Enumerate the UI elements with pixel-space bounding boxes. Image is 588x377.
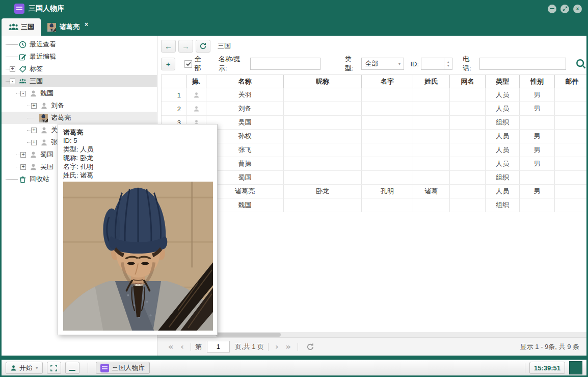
column-header-4[interactable]: 名字: [362, 75, 413, 88]
expand-toggle-icon[interactable]: +: [10, 66, 15, 72]
collapse-toggle-icon[interactable]: -: [10, 79, 15, 84]
column-header-3[interactable]: 昵称: [284, 75, 362, 88]
expand-toggle-icon[interactable]: +: [20, 164, 26, 170]
forward-button[interactable]: →: [178, 40, 193, 53]
start-button[interactable]: 开始 ▾: [6, 362, 43, 374]
table-row[interactable]: 5张飞人员男: [162, 143, 586, 157]
table-row[interactable]: 1关羽人员男: [162, 88, 586, 102]
spinner-arrows[interactable]: ▲ ▼: [444, 58, 452, 69]
column-header-2[interactable]: 名称: [206, 75, 284, 88]
table-row[interactable]: 9魏国组织: [162, 198, 586, 212]
expand-toggle-icon[interactable]: +: [31, 140, 37, 145]
collapse-toggle-icon[interactable]: -: [20, 91, 26, 96]
back-button[interactable]: ←: [161, 40, 176, 53]
tree-connector: [6, 57, 18, 57]
horizontal-scrollbar[interactable]: [157, 332, 586, 337]
tab-sanguo[interactable]: 三国: [2, 18, 41, 36]
tab-bar: 三国 诸葛亮 ×: [0, 17, 588, 36]
row-action-cell: [186, 88, 206, 102]
close-window-icon[interactable]: ×: [573, 5, 582, 13]
cell-nickname: [284, 143, 362, 157]
cell-gender: 男: [520, 157, 555, 170]
taskbar-app-button[interactable]: 三国人物库: [96, 362, 150, 374]
scrollbar-thumb[interactable]: [216, 333, 281, 337]
show-desktop-button[interactable]: [569, 361, 582, 374]
cell-web_name: [450, 102, 486, 115]
column-header-5[interactable]: 姓氏: [413, 75, 450, 88]
tree-item-label: 吴国: [40, 162, 54, 171]
cell-nickname: [284, 171, 362, 184]
cell-nickname: [284, 88, 362, 102]
cell-gender: [520, 171, 555, 184]
add-record-button[interactable]: +: [161, 58, 175, 70]
minimize-window-icon[interactable]: [548, 5, 556, 13]
column-header-6[interactable]: 网名: [450, 75, 486, 88]
column-header-0[interactable]: [162, 75, 186, 88]
all-checkbox[interactable]: [184, 60, 192, 68]
type-filter-select[interactable]: 全部 ▾: [361, 58, 404, 70]
cell-web_name: [450, 185, 486, 198]
sidebar-item-tags[interactable]: +标签: [2, 63, 157, 75]
sidebar-item-recent-view[interactable]: 最近查看: [2, 38, 157, 51]
tooltip-line: 类型: 人员: [63, 145, 212, 154]
sidebar-item-weiguo[interactable]: -魏国: [2, 87, 157, 99]
cell-name: 关羽: [206, 88, 284, 102]
column-header-9[interactable]: 邮件: [555, 75, 586, 88]
divider: [191, 343, 191, 351]
maximize-window-icon[interactable]: [560, 5, 569, 13]
sidebar-item-recent-edit[interactable]: 最近编辑: [2, 51, 157, 63]
table-row[interactable]: 3吴国组织: [162, 116, 586, 130]
table-row[interactable]: 8诸葛亮卧龙孔明诸葛人员男: [162, 185, 586, 198]
prev-page-icon[interactable]: ‹: [180, 342, 184, 351]
search-icon[interactable]: [575, 58, 586, 69]
window-title: 三国人物库: [29, 4, 64, 13]
app-logo-icon: [100, 364, 109, 372]
clock-button[interactable]: 15:39:51: [529, 362, 565, 374]
person-icon: [29, 89, 38, 97]
tab-zhugeliang[interactable]: 诸葛亮 ×: [41, 18, 95, 36]
tree-connector: [6, 81, 10, 82]
first-page-icon[interactable]: «: [168, 342, 173, 351]
filter-toolbar: + 全部 名称/提示: 类型: 全部 ▾ ID: ▲ ▼: [161, 57, 586, 70]
table-row[interactable]: 7蜀国组织: [162, 171, 586, 185]
minimize-icon: [69, 370, 75, 371]
app-window: 三国人物库 × 三国 诸葛亮 ×: [0, 0, 588, 377]
page-prefix-label: 第: [195, 342, 202, 351]
column-header-8[interactable]: 性别: [520, 75, 555, 88]
table-row[interactable]: 2刘备人员男: [162, 102, 586, 116]
person-icon[interactable]: [193, 92, 200, 98]
trash-icon: [18, 175, 27, 183]
cell-nickname: [284, 130, 362, 143]
column-header-1[interactable]: 操.: [186, 75, 206, 88]
id-filter-spinner[interactable]: ▲ ▼: [421, 58, 452, 70]
phone-filter-input[interactable]: [479, 58, 566, 70]
person-icon[interactable]: [193, 106, 200, 112]
next-page-icon[interactable]: ›: [275, 342, 279, 351]
table-row[interactable]: 4孙权人员男: [162, 130, 586, 143]
name-filter-input[interactable]: [250, 58, 320, 70]
sidebar-item-sanguo[interactable]: -三国: [2, 75, 157, 87]
cell-email: [555, 157, 586, 170]
location-label: 三国: [218, 41, 231, 51]
refresh-button[interactable]: [196, 40, 210, 53]
last-page-icon[interactable]: »: [286, 342, 291, 351]
sidebar-item-zhugeliang[interactable]: 诸葛亮: [2, 112, 157, 124]
expand-toggle-icon[interactable]: +: [31, 128, 37, 133]
expand-toggle-icon[interactable]: +: [31, 103, 37, 109]
cell-name: 张飞: [206, 143, 284, 157]
sidebar-item-liubei[interactable]: +刘备: [2, 99, 157, 112]
grid-header: 操.名称昵称名字姓氏网名类型性别邮件: [162, 74, 586, 88]
tab-close-icon[interactable]: ×: [85, 21, 88, 28]
page-number-input[interactable]: [207, 341, 230, 353]
divider: [298, 343, 298, 351]
fullscreen-button[interactable]: [47, 362, 61, 374]
cell-email: [555, 143, 586, 157]
all-checkbox-label: 全部: [195, 55, 207, 73]
table-row[interactable]: 6曹操人员男: [162, 157, 586, 171]
column-header-7[interactable]: 类型: [486, 75, 520, 88]
reload-grid-icon[interactable]: [306, 343, 314, 351]
minimize-all-button[interactable]: [65, 362, 79, 374]
tree-item-label: 三国: [30, 77, 43, 86]
cell-gender: [520, 116, 555, 129]
expand-toggle-icon[interactable]: +: [20, 152, 26, 158]
